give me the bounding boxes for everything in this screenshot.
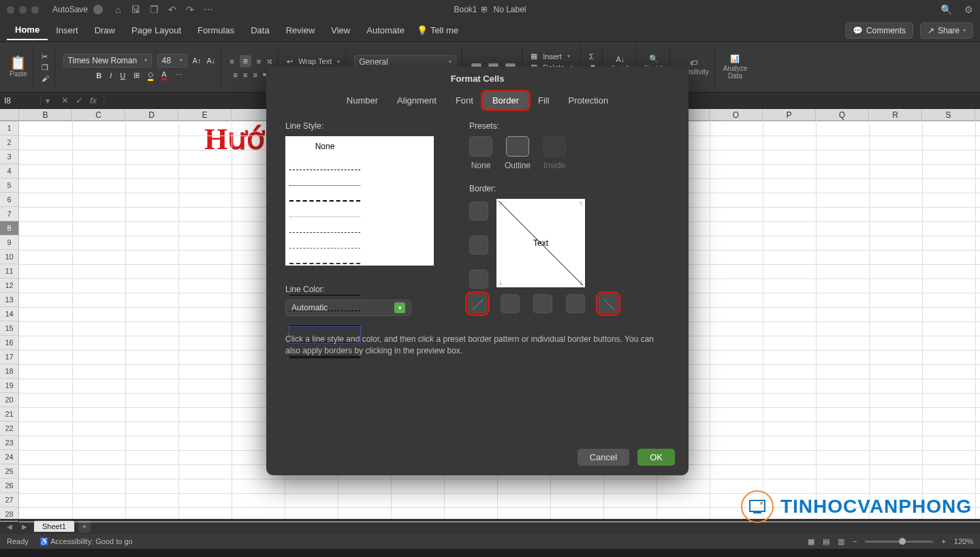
zoom-slider[interactable] bbox=[865, 541, 933, 543]
line-style-box[interactable]: None bbox=[285, 136, 434, 266]
border-middle-button[interactable] bbox=[469, 236, 488, 255]
dlg-tab-font[interactable]: Font bbox=[446, 92, 483, 109]
line-style-label: Line Style: bbox=[285, 121, 449, 131]
cancel-button[interactable]: Cancel bbox=[578, 449, 629, 466]
border-center-button[interactable] bbox=[533, 294, 552, 313]
border-diag-up-button[interactable] bbox=[468, 294, 487, 313]
svg-line-2 bbox=[603, 299, 614, 310]
border-preview[interactable]: Text ┌ ┐ └ ┘ bbox=[496, 199, 585, 287]
dialog-hint: Click a line style and color, and then c… bbox=[266, 334, 689, 357]
preset-outline[interactable]: Outline bbox=[505, 136, 531, 170]
border-left-button[interactable] bbox=[501, 294, 520, 313]
dlg-tab-protection[interactable]: Protection bbox=[559, 92, 618, 109]
watermark: TINHOCVANPHONG bbox=[741, 490, 972, 523]
dlg-tab-fill[interactable]: Fill bbox=[528, 92, 559, 109]
border-bottom-button[interactable] bbox=[469, 270, 488, 289]
dlg-tab-alignment[interactable]: Alignment bbox=[388, 92, 446, 109]
svg-point-5 bbox=[760, 502, 763, 505]
border-label: Border: bbox=[469, 184, 669, 193]
dialog-tabs: Number Alignment Font Border Fill Protec… bbox=[266, 92, 689, 109]
preset-none[interactable]: None bbox=[469, 136, 492, 170]
border-diag-down-button[interactable] bbox=[599, 294, 618, 313]
presets-label: Presets: bbox=[469, 121, 669, 131]
ok-button[interactable]: OK bbox=[637, 449, 675, 466]
line-color-label: Line Color: bbox=[285, 285, 449, 294]
dialog-title: Format Cells bbox=[266, 67, 689, 89]
format-cells-dialog: Format Cells Number Alignment Font Borde… bbox=[266, 67, 689, 475]
border-right-button[interactable] bbox=[566, 294, 585, 313]
dlg-tab-border[interactable]: Border bbox=[483, 92, 528, 109]
dialog-overlay: Format Cells Number Alignment Font Borde… bbox=[0, 0, 980, 557]
svg-line-1 bbox=[473, 299, 484, 310]
dlg-tab-number[interactable]: Number bbox=[337, 92, 388, 109]
svg-rect-4 bbox=[753, 511, 761, 513]
watermark-text: TINHOCVANPHONG bbox=[780, 496, 972, 518]
svg-rect-3 bbox=[750, 500, 765, 511]
watermark-logo-icon bbox=[741, 490, 774, 523]
preset-inside: Inside bbox=[543, 136, 566, 170]
border-top-button[interactable] bbox=[469, 202, 488, 221]
